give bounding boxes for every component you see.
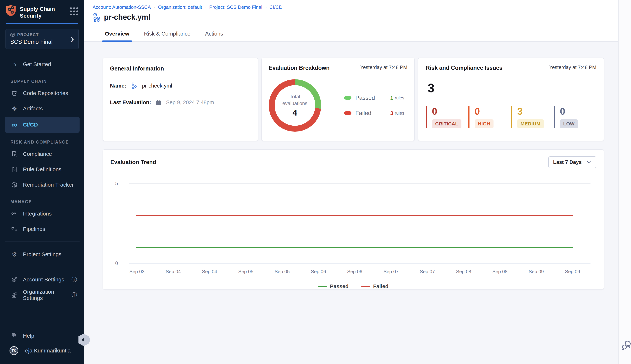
- sidebar-item-remediation-tracker[interactable]: Remediation Tracker: [0, 177, 84, 192]
- right-rail: [618, 0, 631, 364]
- severity-medium: 3 MEDIUM: [511, 106, 554, 128]
- name-row: Name: pr-check.yml: [110, 82, 251, 89]
- tabs: Overview Risk & Compliance Actions: [84, 26, 618, 42]
- tab-overview[interactable]: Overview: [102, 26, 132, 42]
- svg-text:Sep 04: Sep 04: [166, 269, 181, 274]
- tab-actions[interactable]: Actions: [202, 26, 226, 42]
- sidebar: Supply Chain Security PROJECT SCS Demo F…: [0, 0, 84, 364]
- project-name: SCS Demo Final: [10, 39, 74, 45]
- clipboard-check-icon: [11, 166, 18, 172]
- sidebar-item-compliance[interactable]: Compliance: [0, 146, 84, 162]
- total-issues-count: 3: [428, 81, 596, 95]
- sidebar-item-get-started[interactable]: ⌂ Get Started: [0, 56, 84, 72]
- integrations-share-icon: [11, 210, 18, 217]
- sidebar-item-cicd[interactable]: ∞ CI/CD: [5, 117, 80, 133]
- svg-text:Sep 06: Sep 06: [311, 269, 326, 274]
- pipeline-file-icon: [93, 13, 101, 22]
- calendar-icon: [156, 100, 161, 105]
- code-repository-icon: [11, 90, 18, 96]
- svg-text:Sep 08: Sep 08: [492, 269, 507, 274]
- card-timestamp: Yesterday at 7:48 PM: [549, 65, 596, 70]
- brand: Supply Chain Security: [0, 0, 84, 19]
- legend-row-passed: Passed 1 rules: [344, 94, 404, 101]
- sidebar-item-project-settings[interactable]: ⚙ Project Settings: [0, 247, 84, 262]
- svg-text:Sep 09: Sep 09: [565, 269, 580, 274]
- brand-title: Supply Chain Security: [20, 5, 66, 19]
- project-selector[interactable]: PROJECT SCS Demo Final ❯: [6, 29, 79, 49]
- risk-compliance-issues-card: Risk and Compliance Issues Yesterday at …: [418, 58, 604, 141]
- app-switcher-grid-icon[interactable]: [70, 7, 78, 16]
- evaluation-breakdown-card: Evaluation Breakdown Yesterday at 7:48 P…: [261, 58, 415, 141]
- svg-text:Sep 06: Sep 06: [347, 269, 362, 274]
- severity-low: 0 LOW: [554, 106, 596, 128]
- package-box-icon: [11, 182, 18, 188]
- general-information-card: General Information Name: pr-check.yml L…: [103, 58, 258, 141]
- evaluation-trend-card: Evaluation Trend Last 7 Days 05Sep 03Sep…: [103, 150, 604, 290]
- user-menu[interactable]: TK Teja Kummarikuntla: [0, 343, 84, 358]
- legend-passed: Passed: [318, 284, 349, 290]
- breadcrumb-account[interactable]: Account: Automation-SSCA: [93, 4, 151, 10]
- time-range-select[interactable]: Last 7 Days: [548, 156, 596, 168]
- page-header: Account: Automation-SSCA › Organization:…: [84, 0, 618, 26]
- cube-icon: [10, 32, 15, 37]
- sidebar-item-help[interactable]: ? Help: [0, 329, 84, 343]
- last-evaluation-row: Last Evaluation: Sep 9, 2024 7:48pm: [110, 100, 251, 106]
- card-title: General Information: [110, 65, 164, 72]
- gear-icon: ⚙: [11, 251, 18, 258]
- breadcrumb-organization[interactable]: Organization: default: [158, 4, 202, 10]
- svg-text:Sep 05: Sep 05: [275, 269, 290, 274]
- card-title: Evaluation Trend: [110, 159, 156, 166]
- main-area: Account: Automation-SSCA › Organization:…: [84, 0, 618, 364]
- svg-text:Sep 05: Sep 05: [238, 269, 253, 274]
- infinity-icon: ∞: [11, 120, 18, 129]
- brand-accent-divider: [6, 23, 78, 24]
- card-title: Evaluation Breakdown: [269, 65, 330, 71]
- donut-total-value: 4: [292, 108, 297, 118]
- donut-center-label: Total evaluations: [279, 94, 311, 107]
- svg-text:?: ?: [13, 334, 14, 336]
- severity-badge: CRITICAL: [432, 120, 462, 128]
- sidebar-item-integrations[interactable]: Integrations: [0, 206, 84, 221]
- sidebar-item-organization-settings[interactable]: Organization Settings ⓘ: [0, 287, 84, 303]
- sidebar-item-account-settings[interactable]: Account Settings ⓘ: [0, 272, 84, 287]
- last-evaluation-label: Last Evaluation:: [110, 100, 151, 106]
- svg-text:Sep 03: Sep 03: [129, 269, 144, 274]
- chevron-down-icon: [587, 161, 592, 164]
- severity-high: 0 HIGH: [468, 106, 511, 128]
- breadcrumb-project[interactable]: Project: SCS Demo Final: [209, 4, 262, 10]
- legend-failed: Failed: [361, 284, 388, 290]
- sidebar-section-supply-chain: SUPPLY CHAIN: [0, 77, 84, 86]
- sidebar-item-artifacts[interactable]: ❖ Artifacts: [0, 101, 84, 116]
- passed-legend-swatch: [344, 96, 351, 100]
- chat-support-icon[interactable]: [621, 340, 631, 351]
- breadcrumb-cicd[interactable]: CI/CD: [270, 4, 283, 10]
- compliance-doc-icon: [11, 151, 18, 157]
- svg-text:Sep 07: Sep 07: [420, 269, 435, 274]
- svg-text:5: 5: [115, 181, 118, 186]
- tab-risk-compliance[interactable]: Risk & Compliance: [141, 26, 193, 42]
- info-icon[interactable]: ⓘ: [72, 291, 77, 299]
- sidebar-divider: [5, 267, 80, 267]
- passed-line-swatch: [318, 286, 327, 287]
- supply-chain-security-logo-icon: [6, 5, 16, 16]
- sidebar-item-pipelines[interactable]: Pipelines: [0, 221, 84, 237]
- pipelines-icon: [11, 226, 18, 232]
- severity-badge: LOW: [560, 120, 578, 128]
- info-icon[interactable]: ⓘ: [72, 276, 77, 284]
- severity-row: 0 CRITICAL 0 HIGH 3 MEDIUM 0 LOW: [426, 106, 596, 128]
- name-value: pr-check.yml: [142, 83, 172, 89]
- sidebar-item-code-repositories[interactable]: Code Repositories: [0, 86, 84, 101]
- project-label: PROJECT: [17, 32, 39, 37]
- name-label: Name:: [110, 83, 126, 89]
- sidebar-footer: ? Help TK Teja Kummarikuntla: [0, 322, 84, 364]
- severity-critical: 0 CRITICAL: [426, 106, 468, 128]
- sidebar-item-rule-definitions[interactable]: Rule Definitions: [0, 162, 84, 177]
- severity-badge: MEDIUM: [517, 120, 544, 128]
- failed-line-swatch: [361, 286, 370, 287]
- failed-legend-swatch: [344, 111, 351, 115]
- trend-chart-legend: Passed Failed: [110, 284, 596, 290]
- sidebar-section-risk-compliance: RISK AND COMPLIANCE: [0, 138, 84, 146]
- breadcrumb: Account: Automation-SSCA › Organization:…: [93, 4, 618, 10]
- svg-text:Sep 04: Sep 04: [202, 269, 217, 274]
- chevron-right-icon: ›: [265, 5, 267, 10]
